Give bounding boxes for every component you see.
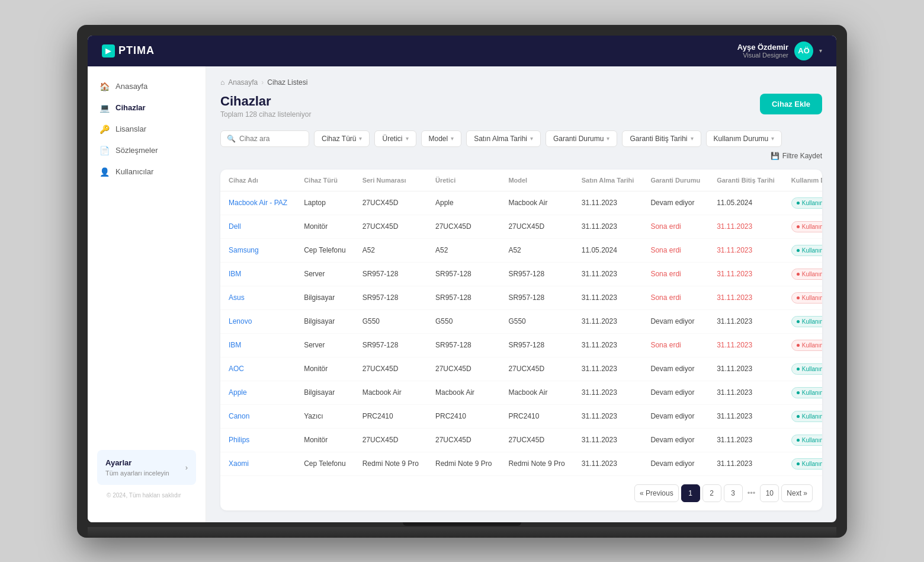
device-serial: 27UCX45D [354,357,427,381]
table-row: Macbook Air - PAZ Laptop 27UCX45D Apple … [220,191,822,215]
device-usage: Kullanımda [783,381,822,404]
device-purchase-date: 11.05.2024 [573,238,643,262]
device-type: Monitör [296,428,354,452]
filter-satın-alma-tarihi-button[interactable]: Satın Alma Tarihi▾ [466,130,541,147]
device-name[interactable]: IBM [220,333,296,357]
page-10-button[interactable]: 10 [760,484,779,502]
device-purchase-date: 31.11.2023 [573,309,643,333]
page-subtitle: Toplam 128 cihaz listeleniyor [220,110,311,119]
sidebar-item-cihazlar[interactable]: 💻 Cihazlar [88,97,206,119]
device-warranty: Sona erdi [642,286,708,309]
device-warranty: Devam ediyor [642,404,708,428]
device-usage: Kullanım Dışı [783,215,822,238]
device-name[interactable]: Macbook Air - PAZ [220,191,296,215]
save-filter-button[interactable]: 💾 Filtre Kaydet [771,152,822,160]
anasayfa-icon: 🏠 [100,82,110,91]
table-header: Cihaz Adı [220,170,296,191]
sidebar-item-label: Kullanıcılar [116,167,153,176]
page-2-button[interactable]: 2 [702,484,721,502]
device-warranty-end: 31.11.2023 [708,452,783,475]
table-header: Satın Alma Tarihi [573,170,643,191]
device-manufacturer: Apple [427,191,500,215]
filter-üretici-button[interactable]: Üretici▾ [374,130,416,147]
user-info[interactable]: Ayşe Özdemir Visual Designer AÖ ▾ [737,41,822,60]
copyright: © 2024, Tüm hakları saklıdır [97,485,196,503]
device-model: SR957-128 [500,262,573,286]
add-device-button[interactable]: Cihaz Ekle [760,94,822,114]
device-warranty: Sona erdi [642,333,708,357]
breadcrumb-home[interactable]: Anasayfa [228,78,258,87]
search-box: 🔍 [220,130,309,147]
filter-garanti-durumu-button[interactable]: Garanti Durumu▾ [546,130,617,147]
page-1-button[interactable]: 1 [681,484,700,502]
device-name[interactable]: AOC [220,357,296,381]
table-row: Philips Monitör 27UCX45D 27UCX45D 27UCX4… [220,428,822,452]
table-header: Seri Numarası [354,170,427,191]
device-warranty-end: 31.11.2023 [708,309,783,333]
device-name[interactable]: Apple [220,381,296,404]
device-usage: Kullanımda [783,191,822,215]
settings-card[interactable]: Ayarlar Tüm ayarları inceleyin › [97,450,196,485]
device-manufacturer: 27UCX45D [427,215,500,238]
chevron-down-icon: ▾ [607,135,609,142]
device-name[interactable]: Lenovo [220,309,296,333]
table-row: Dell Monitör 27UCX45D 27UCX45D 27UCX45D … [220,215,822,238]
device-usage: Kullanım Dışı [783,286,822,309]
device-serial: SR957-128 [354,333,427,357]
device-name[interactable]: Asus [220,286,296,309]
device-name[interactable]: IBM [220,262,296,286]
settings-title: Ayarlar [105,458,169,467]
sidebar-item-kullanicilar[interactable]: 👤 Kullanıcılar [88,161,206,183]
device-serial: SR957-128 [354,262,427,286]
filter-label: Satın Alma Tarihi [474,135,527,143]
chevron-down-icon: ▾ [530,135,533,142]
filter-kullanım-durumu-button[interactable]: Kullanım Durumu▾ [706,130,782,147]
user-role: Visual Designer [737,52,788,59]
device-name[interactable]: Canon [220,404,296,428]
device-model: G550 [500,309,573,333]
device-model: Macbook Air [500,381,573,404]
logo-text: PTIMA [118,44,155,57]
device-serial: G550 [354,309,427,333]
device-type: Laptop [296,191,354,215]
device-name[interactable]: Xaomi [220,452,296,475]
device-name[interactable]: Philips [220,428,296,452]
table-header: Garanti Bitiş Tarihi [708,170,783,191]
table-row: AOC Monitör 27UCX45D 27UCX45D 27UCX45D 3… [220,357,822,381]
save-icon: 💾 [771,152,779,160]
logo-icon: ▶ [102,44,115,58]
chevron-down-icon: ▾ [771,135,774,142]
sidebar-item-sozlesmeler[interactable]: 📄 Sözleşmeler [88,140,206,161]
page-dots: ••• [745,488,758,497]
filter-model-button[interactable]: Model▾ [421,130,462,147]
lisanslar-icon: 🔑 [100,124,110,134]
device-serial: PRC2410 [354,404,427,428]
device-name[interactable]: Samsung [220,238,296,262]
device-name[interactable]: Dell [220,215,296,238]
page-3-button[interactable]: 3 [724,484,743,502]
chevron-down-icon: ▾ [359,135,362,142]
table-header: Model [500,170,573,191]
device-warranty: Sona erdi [642,238,708,262]
device-warranty-end: 31.11.2023 [708,215,783,238]
sidebar-item-anasayfa[interactable]: 🏠 Anasayfa [88,76,206,97]
previous-button[interactable]: « Previous [634,484,679,502]
search-input[interactable] [239,135,299,143]
devices-table-container: Cihaz AdıCihaz TürüSeri NumarasıÜreticiM… [220,170,822,510]
filter-garanti-bitiş-tarihi-button[interactable]: Garanti Bitiş Tarihi▾ [622,130,701,147]
device-manufacturer: SR957-128 [427,262,500,286]
device-model: 27UCX45D [500,357,573,381]
table-header: Kullanım Durumu [783,170,822,191]
device-serial: A52 [354,238,427,262]
cihazlar-icon: 💻 [100,103,110,113]
device-type: Server [296,262,354,286]
filter-cihaz-türü-button[interactable]: Cihaz Türü▾ [314,130,370,147]
topbar: ▶ PTIMA Ayşe Özdemir Visual Designer AÖ … [88,36,836,66]
table-row: Canon Yazıcı PRC2410 PRC2410 PRC2410 31.… [220,404,822,428]
device-manufacturer: SR957-128 [427,286,500,309]
next-button[interactable]: Next » [781,484,813,502]
device-type: Bilgisayar [296,286,354,309]
sidebar-item-lisanslar[interactable]: 🔑 Lisanslar [88,119,206,140]
device-warranty: Devam ediyor [642,452,708,475]
chevron-down-icon[interactable]: ▾ [819,47,822,54]
